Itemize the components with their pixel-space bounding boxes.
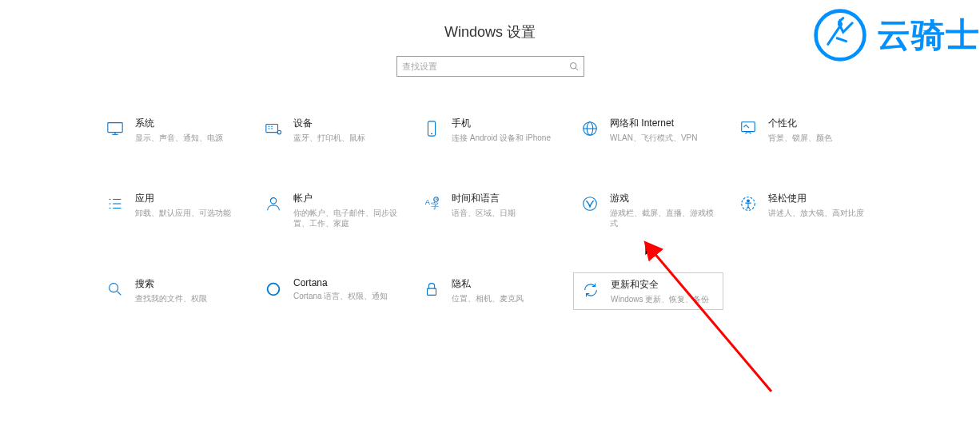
svg-point-29 (747, 199, 750, 201)
setting-title: 搜索 (135, 277, 242, 291)
sync-icon (580, 280, 601, 300)
setting-title: 隐私 (452, 277, 559, 291)
monitor-icon (105, 118, 125, 139)
setting-title: 网络和 Internet (610, 117, 717, 130)
list-icon (105, 193, 125, 214)
globe-icon (580, 118, 600, 139)
setting-desc: 讲述人、放大镜、高对比度 (768, 208, 875, 219)
setting-desc: 位置、相机、麦克风 (452, 293, 559, 304)
svg-rect-33 (428, 288, 436, 295)
setting-desc: 卸载、默认应用、可选功能 (135, 208, 242, 219)
setting-desc: 你的帐户、电子邮件、同步设置、工作、家庭 (293, 208, 400, 229)
settings-grid: 系统 显示、声音、通知、电源 设备 蓝牙、打印机、鼠标 手机 连接 Androi… (98, 112, 882, 310)
settings-item-search[interactable]: 搜索 查找我的文件、权限 (98, 272, 249, 311)
search-input[interactable] (402, 62, 569, 71)
watermark: 云骑士 (810, 5, 980, 66)
setting-title: 个性化 (768, 117, 875, 130)
lock-icon (421, 279, 442, 300)
phone-icon (421, 118, 442, 139)
xbox-icon (580, 193, 600, 214)
setting-desc: WLAN、飞行模式、VPN (610, 133, 717, 144)
cortana-icon (263, 279, 284, 300)
setting-title: 轻松使用 (768, 192, 875, 205)
svg-text:字: 字 (431, 201, 439, 210)
search-icon (105, 279, 125, 300)
person-icon (263, 193, 284, 214)
setting-title: 应用 (135, 192, 242, 205)
setting-desc: 连接 Android 设备和 iPhone (452, 133, 559, 144)
settings-item-privacy[interactable]: 隐私 位置、相机、麦克风 (415, 272, 565, 311)
setting-desc: 显示、声音、通知、电源 (135, 133, 242, 144)
settings-item-devices[interactable]: 设备 蓝牙、打印机、鼠标 (257, 112, 407, 149)
settings-item-personalization[interactable]: 个性化 背景、锁屏、颜色 (731, 112, 882, 149)
settings-item-easeofaccess[interactable]: 轻松使用 讲述人、放大镜、高对比度 (731, 187, 882, 234)
setting-desc: 游戏栏、截屏、直播、游戏模式 (610, 208, 717, 229)
svg-text:A: A (425, 197, 431, 205)
setting-title: 游戏 (610, 192, 717, 205)
setting-desc: 语音、区域、日期 (452, 208, 559, 219)
svg-line-1 (576, 68, 578, 70)
setting-desc: Cortana 语言、权限、通知 (293, 291, 400, 302)
settings-item-accounts[interactable]: 帐户 你的帐户、电子邮件、同步设置、工作、家庭 (257, 187, 407, 234)
setting-title: 设备 (293, 117, 400, 130)
setting-desc: 背景、锁屏、颜色 (768, 133, 875, 144)
settings-item-cortana[interactable]: Cortana Cortana 语言、权限、通知 (257, 272, 407, 311)
setting-desc: Windows 更新、恢复、备份 (611, 294, 716, 305)
svg-line-31 (118, 291, 122, 295)
brush-icon (738, 118, 759, 139)
search-icon (569, 62, 579, 71)
setting-title: Cortana (293, 277, 400, 288)
svg-point-0 (570, 63, 576, 70)
setting-desc: 查找我的文件、权限 (135, 293, 242, 304)
setting-title: 更新和安全 (611, 278, 716, 292)
setting-title: 帐户 (293, 192, 400, 205)
settings-item-update-security[interactable]: 更新和安全 Windows 更新、恢复、备份 (573, 272, 723, 311)
setting-desc: 蓝牙、打印机、鼠标 (293, 133, 400, 144)
keyboard-icon (263, 118, 284, 139)
setting-title: 时间和语言 (452, 192, 559, 205)
svg-rect-2 (108, 123, 122, 133)
watermark-text: 云骑士 (877, 13, 980, 58)
search-box[interactable] (396, 56, 584, 77)
svg-point-32 (268, 283, 280, 295)
settings-item-system[interactable]: 系统 显示、声音、通知、电源 (98, 112, 249, 149)
setting-title: 手机 (452, 117, 559, 130)
svg-point-35 (838, 22, 843, 26)
svg-point-34 (816, 11, 865, 60)
svg-point-23 (270, 197, 276, 203)
setting-title: 系统 (135, 117, 242, 130)
settings-item-apps[interactable]: 应用 卸载、默认应用、可选功能 (98, 187, 249, 234)
accessibility-icon (738, 193, 759, 214)
watermark-logo-icon (810, 5, 870, 66)
settings-item-gaming[interactable]: 游戏 游戏栏、截屏、直播、游戏模式 (573, 187, 723, 234)
svg-point-30 (110, 283, 118, 292)
settings-item-network[interactable]: 网络和 Internet WLAN、飞行模式、VPN (573, 112, 723, 149)
language-icon: A字 (421, 193, 442, 214)
settings-item-time-language[interactable]: A字 时间和语言 语音、区域、日期 (415, 187, 565, 234)
settings-item-phone[interactable]: 手机 连接 Android 设备和 iPhone (415, 112, 565, 149)
